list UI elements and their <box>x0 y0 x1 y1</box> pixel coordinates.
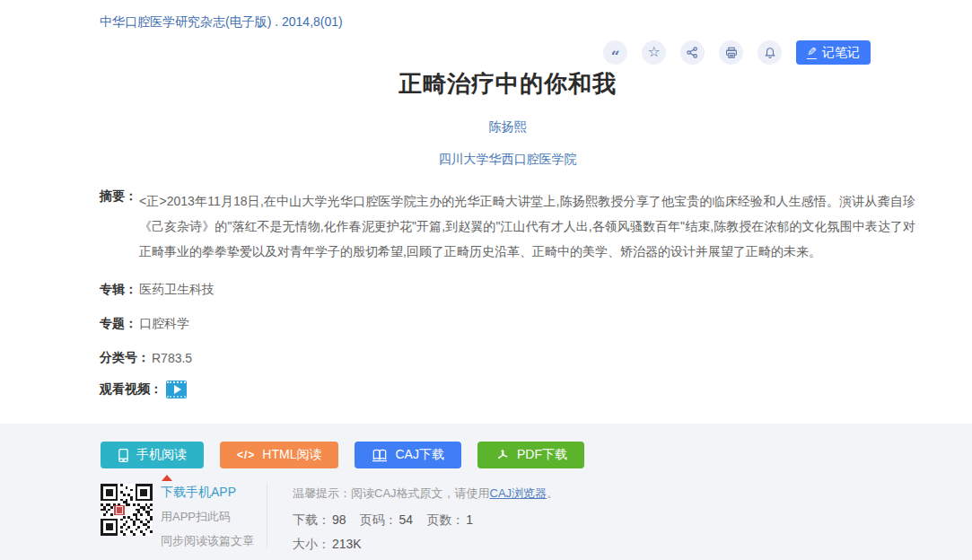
mobile-read-label: 手机阅读 <box>136 447 187 463</box>
tips-column: 温馨提示：阅读CAJ格式原文，请使用CAJ浏览器。 下载：98 页码：54 页数… <box>293 484 558 553</box>
downloads-label: 下载： <box>293 512 330 527</box>
article-title: 正畸治疗中的你和我 <box>100 68 915 100</box>
app-promo-row: 下载手机APP 用APP扫此码 同步阅读该篇文章 温馨提示：阅读CAJ格式原文，… <box>101 484 972 553</box>
tooltip-arrow-icon <box>162 475 172 481</box>
abstract-label: 摘要： <box>100 188 137 264</box>
stats-row: 下载：98 页码：54 页数：1 <box>293 512 558 529</box>
downloads-value: 98 <box>332 512 346 527</box>
watch-video-button[interactable] <box>166 381 187 398</box>
qr-code <box>101 484 153 536</box>
app-text-block: 下载手机APP 用APP扫此码 同步阅读该篇文章 <box>161 484 267 553</box>
star-icon: ☆ <box>647 45 660 59</box>
favorite-button[interactable]: ☆ <box>642 40 666 65</box>
abstract-text: <正>2013年11月18日,在中山大学光华口腔医学院主办的光华正畸大讲堂上,陈… <box>139 188 915 264</box>
size-row: 大小： 213K <box>293 537 558 553</box>
pencil-icon: ✎ <box>807 46 817 59</box>
take-notes-button[interactable]: ✎ 记笔记 <box>796 40 871 65</box>
page-number-label: 页码： <box>360 512 398 527</box>
video-label: 观看视频： <box>100 381 162 398</box>
book-icon <box>372 448 388 462</box>
size-label: 大小： <box>293 537 330 553</box>
article-actions-toolbar: “ ☆ <box>603 40 871 65</box>
quote-icon: “ <box>611 49 620 65</box>
topic-value: 口腔科学 <box>139 316 189 332</box>
size-value: 213K <box>332 537 362 553</box>
download-buttons-row: 手机阅读 </> HTML阅读 CAJ下载 PDF下载 <box>0 424 972 468</box>
video-row: 观看视频： <box>100 381 915 398</box>
print-button[interactable] <box>719 40 743 65</box>
clc-value: R783.5 <box>152 351 192 365</box>
tips-suffix: 。 <box>547 486 558 500</box>
journal-link[interactable]: 中华口腔医学研究杂志(电子版) . 2014,8(01) <box>100 14 343 29</box>
pdf-icon <box>495 448 510 463</box>
author-link[interactable]: 陈扬熙 <box>489 119 527 134</box>
article-content: 正畸治疗中的你和我 陈扬熙 四川大学华西口腔医学院 摘要： <正>2013年11… <box>0 68 972 398</box>
series-value: 医药卫生科技 <box>139 282 215 298</box>
mobile-read-button[interactable]: 手机阅读 <box>101 442 204 468</box>
html-read-button[interactable]: </> HTML阅读 <box>220 442 338 468</box>
footer-panel: 手机阅读 </> HTML阅读 CAJ下载 PDF下载 <box>0 424 972 560</box>
vertical-divider <box>267 484 267 548</box>
code-icon: </> <box>237 449 255 461</box>
quote-cite-button[interactable]: “ <box>603 40 627 65</box>
caj-download-label: CAJ下载 <box>395 447 443 463</box>
pdf-download-button[interactable]: PDF下载 <box>477 442 584 468</box>
bell-icon <box>763 46 777 60</box>
share-button[interactable] <box>680 40 705 65</box>
phone-icon <box>118 448 129 463</box>
qr-seal <box>114 505 125 516</box>
tips-text: 温馨提示：阅读CAJ格式原文，请使用 <box>293 486 490 500</box>
pdf-download-label: PDF下载 <box>517 447 567 463</box>
series-label: 专辑： <box>100 282 137 298</box>
clc-label: 分类号： <box>100 350 150 366</box>
page-number-value: 54 <box>399 512 414 527</box>
download-app-link[interactable]: 下载手机APP <box>161 485 267 501</box>
article-detail-page: 中华口腔医学研究杂志(电子版) . 2014,8(01) “ ☆ <box>0 0 972 560</box>
page-count-value: 1 <box>466 512 473 527</box>
app-scan-line2: 同步阅读该篇文章 <box>161 533 267 549</box>
html-read-label: HTML阅读 <box>262 447 321 463</box>
topic-row: 专题： 口腔科学 <box>100 316 915 332</box>
affiliation-link[interactable]: 四川大学华西口腔医学院 <box>439 152 577 166</box>
clc-row: 分类号： R783.5 <box>100 350 915 366</box>
caj-download-button[interactable]: CAJ下载 <box>355 442 460 468</box>
share-icon <box>686 46 699 59</box>
caj-viewer-link[interactable]: CAJ浏览器 <box>490 486 547 500</box>
topic-label: 专题： <box>100 316 137 332</box>
printer-icon <box>724 46 739 60</box>
alert-button[interactable] <box>757 40 782 65</box>
series-row: 专辑： 医药卫生科技 <box>100 282 915 298</box>
app-scan-line1: 用APP扫此码 <box>161 509 267 525</box>
take-notes-label: 记笔记 <box>822 45 860 61</box>
abstract-row: 摘要： <正>2013年11月18日,在中山大学光华口腔医学院主办的光华正畸大讲… <box>100 188 915 264</box>
journal-breadcrumb-row: 中华口腔医学研究杂志(电子版) . 2014,8(01) <box>0 0 972 31</box>
play-icon <box>174 385 181 394</box>
page-count-label: 页数： <box>426 512 464 527</box>
